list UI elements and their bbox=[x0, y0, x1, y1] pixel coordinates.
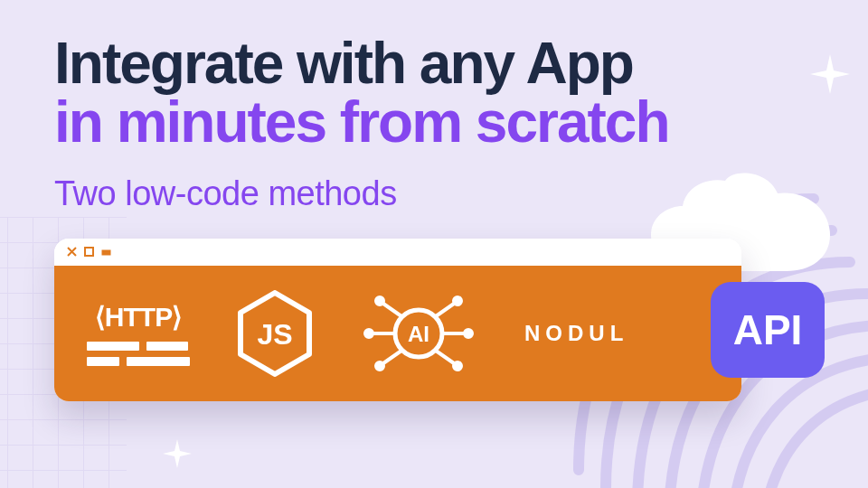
svg-text:JS: JS bbox=[257, 318, 292, 351]
window-chrome bbox=[54, 239, 741, 266]
svg-point-15 bbox=[376, 362, 383, 370]
api-badge: API bbox=[711, 282, 825, 378]
sparkle-icon bbox=[163, 439, 192, 468]
svg-line-16 bbox=[436, 351, 454, 363]
api-badge-label: API bbox=[733, 305, 803, 354]
svg-point-7 bbox=[365, 330, 373, 337]
svg-text:AI: AI bbox=[408, 322, 429, 346]
svg-line-12 bbox=[436, 304, 454, 316]
window-minimize-icon bbox=[101, 247, 111, 257]
headline-line-1: Integrate with any App bbox=[54, 31, 633, 96]
svg-line-10 bbox=[383, 304, 401, 316]
svg-point-11 bbox=[376, 297, 383, 305]
svg-point-13 bbox=[454, 297, 461, 305]
svg-rect-1 bbox=[102, 250, 110, 255]
window-maximize-icon bbox=[84, 247, 94, 257]
subtitle: Two low-code methods bbox=[54, 174, 814, 213]
brand-wordmark: NODUL bbox=[524, 321, 628, 346]
headline-line-2: in minutes from scratch bbox=[54, 93, 814, 152]
browser-window: ⟨HTTP⟩ JS AI bbox=[54, 239, 741, 401]
window-body: ⟨HTTP⟩ JS AI bbox=[54, 266, 741, 401]
svg-point-17 bbox=[454, 362, 461, 370]
page-title: Integrate with any App in minutes from s… bbox=[54, 34, 814, 153]
http-bars bbox=[87, 342, 190, 366]
svg-rect-0 bbox=[85, 248, 93, 256]
ai-icon: AI bbox=[360, 293, 477, 374]
http-label-text: HTTP bbox=[105, 302, 172, 332]
window-close-icon bbox=[67, 247, 77, 257]
js-icon: JS bbox=[237, 290, 313, 377]
http-icon: ⟨HTTP⟩ bbox=[87, 301, 190, 366]
svg-line-14 bbox=[383, 351, 401, 363]
svg-point-9 bbox=[465, 330, 472, 337]
